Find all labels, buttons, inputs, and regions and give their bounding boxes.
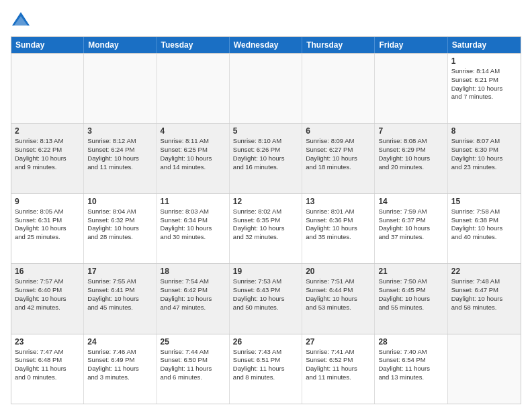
day-number: 8 — [451, 126, 517, 136]
calendar-cell: 25Sunrise: 7:44 AM Sunset: 6:50 PM Dayli… — [157, 334, 230, 404]
day-info: Sunrise: 8:07 AM Sunset: 6:30 PM Dayligh… — [451, 137, 517, 171]
day-number: 11 — [161, 197, 226, 206]
day-info: Sunrise: 7:59 AM Sunset: 6:37 PM Dayligh… — [378, 208, 443, 242]
day-number: 20 — [306, 267, 371, 276]
day-number: 6 — [306, 126, 371, 136]
calendar-day-header: Tuesday — [157, 37, 230, 53]
day-number: 21 — [378, 267, 443, 276]
calendar-cell — [375, 54, 447, 123]
day-number: 27 — [306, 337, 371, 347]
calendar-cell: 15Sunrise: 7:58 AM Sunset: 6:38 PM Dayli… — [448, 194, 521, 263]
calendar-cell: 23Sunrise: 7:47 AM Sunset: 6:48 PM Dayli… — [11, 334, 84, 404]
calendar-cell: 16Sunrise: 7:57 AM Sunset: 6:40 PM Dayli… — [11, 264, 84, 333]
calendar-cell: 3Sunrise: 8:12 AM Sunset: 6:24 PM Daylig… — [84, 124, 157, 193]
day-number: 17 — [87, 267, 152, 276]
calendar-day-header: Wednesday — [230, 37, 302, 53]
calendar-cell — [84, 54, 157, 123]
calendar-cell: 24Sunrise: 7:46 AM Sunset: 6:49 PM Dayli… — [84, 334, 157, 404]
day-info: Sunrise: 7:53 AM Sunset: 6:43 PM Dayligh… — [233, 277, 298, 312]
day-number: 23 — [15, 337, 80, 347]
day-number: 3 — [87, 126, 152, 136]
day-info: Sunrise: 8:13 AM Sunset: 6:22 PM Dayligh… — [15, 137, 80, 171]
header — [11, 11, 521, 31]
calendar-cell: 10Sunrise: 8:04 AM Sunset: 6:32 PM Dayli… — [84, 194, 157, 263]
logo-icon — [11, 11, 31, 31]
calendar-cell: 14Sunrise: 7:59 AM Sunset: 6:37 PM Dayli… — [375, 194, 447, 263]
page: SundayMondayTuesdayWednesdayThursdayFrid… — [0, 0, 532, 411]
day-info: Sunrise: 7:47 AM Sunset: 6:48 PM Dayligh… — [15, 348, 80, 382]
day-number: 18 — [161, 267, 226, 276]
day-info: Sunrise: 8:14 AM Sunset: 6:21 PM Dayligh… — [451, 67, 517, 101]
day-number: 5 — [233, 126, 298, 136]
logo — [11, 11, 34, 31]
day-number: 24 — [87, 337, 152, 347]
day-info: Sunrise: 8:11 AM Sunset: 6:25 PM Dayligh… — [161, 137, 226, 171]
day-info: Sunrise: 7:50 AM Sunset: 6:45 PM Dayligh… — [378, 277, 443, 312]
calendar-cell: 13Sunrise: 8:01 AM Sunset: 6:36 PM Dayli… — [302, 194, 375, 263]
day-number: 28 — [378, 337, 443, 347]
calendar-day-header: Friday — [375, 37, 447, 53]
day-info: Sunrise: 7:57 AM Sunset: 6:40 PM Dayligh… — [15, 277, 80, 312]
calendar-cell: 26Sunrise: 7:43 AM Sunset: 6:51 PM Dayli… — [230, 334, 302, 404]
day-info: Sunrise: 8:12 AM Sunset: 6:24 PM Dayligh… — [87, 137, 152, 171]
day-info: Sunrise: 7:43 AM Sunset: 6:51 PM Dayligh… — [233, 348, 298, 382]
day-number: 22 — [451, 267, 517, 276]
calendar-cell: 1Sunrise: 8:14 AM Sunset: 6:21 PM Daylig… — [448, 54, 521, 123]
calendar-day-header: Thursday — [302, 37, 375, 53]
day-number: 13 — [306, 197, 371, 206]
day-number: 10 — [87, 197, 152, 206]
day-info: Sunrise: 7:51 AM Sunset: 6:44 PM Dayligh… — [306, 277, 371, 312]
calendar-cell: 2Sunrise: 8:13 AM Sunset: 6:22 PM Daylig… — [11, 124, 84, 193]
calendar-cell: 6Sunrise: 8:09 AM Sunset: 6:27 PM Daylig… — [302, 124, 375, 193]
day-info: Sunrise: 7:44 AM Sunset: 6:50 PM Dayligh… — [161, 348, 226, 382]
calendar-cell: 19Sunrise: 7:53 AM Sunset: 6:43 PM Dayli… — [230, 264, 302, 333]
calendar-cell: 9Sunrise: 8:05 AM Sunset: 6:31 PM Daylig… — [11, 194, 84, 263]
calendar-cell — [448, 334, 521, 404]
calendar-cell — [302, 54, 375, 123]
calendar-cell: 17Sunrise: 7:55 AM Sunset: 6:41 PM Dayli… — [84, 264, 157, 333]
calendar-cell: 27Sunrise: 7:41 AM Sunset: 6:52 PM Dayli… — [302, 334, 375, 404]
day-info: Sunrise: 8:01 AM Sunset: 6:36 PM Dayligh… — [306, 208, 371, 242]
day-info: Sunrise: 7:40 AM Sunset: 6:54 PM Dayligh… — [378, 348, 443, 382]
calendar-cell: 20Sunrise: 7:51 AM Sunset: 6:44 PM Dayli… — [302, 264, 375, 333]
calendar-cell: 11Sunrise: 8:03 AM Sunset: 6:34 PM Dayli… — [157, 194, 230, 263]
day-number: 19 — [233, 267, 298, 276]
day-info: Sunrise: 7:41 AM Sunset: 6:52 PM Dayligh… — [306, 348, 371, 382]
calendar-cell: 22Sunrise: 7:48 AM Sunset: 6:47 PM Dayli… — [448, 264, 521, 333]
day-info: Sunrise: 8:08 AM Sunset: 6:29 PM Dayligh… — [378, 137, 443, 171]
calendar-cell: 8Sunrise: 8:07 AM Sunset: 6:30 PM Daylig… — [448, 124, 521, 193]
calendar-cell: 21Sunrise: 7:50 AM Sunset: 6:45 PM Dayli… — [375, 264, 447, 333]
calendar-day-header: Monday — [84, 37, 157, 53]
calendar-week: 9Sunrise: 8:05 AM Sunset: 6:31 PM Daylig… — [11, 193, 521, 263]
day-info: Sunrise: 8:02 AM Sunset: 6:35 PM Dayligh… — [233, 208, 298, 242]
calendar-week: 2Sunrise: 8:13 AM Sunset: 6:22 PM Daylig… — [11, 123, 521, 193]
day-number: 4 — [161, 126, 226, 136]
day-number: 9 — [15, 197, 80, 206]
day-info: Sunrise: 8:09 AM Sunset: 6:27 PM Dayligh… — [306, 137, 371, 171]
day-info: Sunrise: 7:48 AM Sunset: 6:47 PM Dayligh… — [451, 277, 517, 312]
calendar-week: 16Sunrise: 7:57 AM Sunset: 6:40 PM Dayli… — [11, 263, 521, 333]
day-number: 25 — [161, 337, 226, 347]
day-info: Sunrise: 7:54 AM Sunset: 6:42 PM Dayligh… — [161, 277, 226, 312]
calendar-cell: 7Sunrise: 8:08 AM Sunset: 6:29 PM Daylig… — [375, 124, 447, 193]
calendar-body: 1Sunrise: 8:14 AM Sunset: 6:21 PM Daylig… — [11, 53, 521, 404]
day-info: Sunrise: 8:03 AM Sunset: 6:34 PM Dayligh… — [161, 208, 226, 242]
calendar-cell — [11, 54, 84, 123]
day-info: Sunrise: 8:10 AM Sunset: 6:26 PM Dayligh… — [233, 137, 298, 171]
day-number: 2 — [15, 126, 80, 136]
day-info: Sunrise: 7:55 AM Sunset: 6:41 PM Dayligh… — [87, 277, 152, 312]
day-number: 7 — [378, 126, 443, 136]
calendar: SundayMondayTuesdayWednesdayThursdayFrid… — [11, 36, 521, 404]
calendar-cell — [230, 54, 302, 123]
calendar-week: 23Sunrise: 7:47 AM Sunset: 6:48 PM Dayli… — [11, 334, 521, 404]
day-info: Sunrise: 8:05 AM Sunset: 6:31 PM Dayligh… — [15, 208, 80, 242]
calendar-day-header: Saturday — [448, 37, 521, 53]
day-info: Sunrise: 7:46 AM Sunset: 6:49 PM Dayligh… — [87, 348, 152, 382]
day-number: 26 — [233, 337, 298, 347]
calendar-header: SundayMondayTuesdayWednesdayThursdayFrid… — [11, 37, 521, 53]
calendar-week: 1Sunrise: 8:14 AM Sunset: 6:21 PM Daylig… — [11, 53, 521, 123]
calendar-cell: 5Sunrise: 8:10 AM Sunset: 6:26 PM Daylig… — [230, 124, 302, 193]
day-number: 1 — [451, 56, 517, 66]
calendar-cell: 28Sunrise: 7:40 AM Sunset: 6:54 PM Dayli… — [375, 334, 447, 404]
day-number: 16 — [15, 267, 80, 276]
